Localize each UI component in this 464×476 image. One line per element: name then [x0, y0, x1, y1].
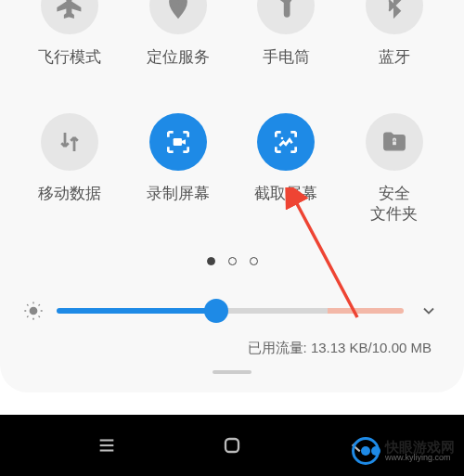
toggle-secure-folder-label: 安全 文件夹: [370, 184, 418, 224]
flashlight-icon: [257, 0, 315, 34]
svg-rect-21: [226, 439, 238, 452]
toggle-screenshot[interactable]: 截取屏幕: [244, 113, 328, 224]
watermark-name: 快眼游戏网: [385, 440, 455, 454]
watermark-url: www.kyliying.com: [385, 454, 455, 462]
svg-point-8: [30, 307, 36, 314]
toggle-airplane[interactable]: 飞行模式: [28, 0, 111, 67]
svg-line-16: [39, 304, 40, 305]
toggle-secure-folder[interactable]: 安全 文件夹: [353, 113, 436, 224]
bluetooth-icon: [366, 0, 423, 34]
data-usage-used: 13.13 KB: [311, 340, 368, 355]
location-icon: [149, 0, 207, 34]
nav-recents[interactable]: [88, 427, 125, 464]
toggle-mobile-data-label: 移动数据: [38, 184, 101, 203]
toggle-bluetooth[interactable]: 蓝牙: [353, 0, 436, 67]
svg-line-15: [27, 316, 28, 317]
quick-settings-panel: 飞行模式 定位服务 手电筒 蓝牙 移动数据: [0, 0, 464, 392]
data-usage-total: 10.00 MB: [372, 340, 432, 355]
brightness-control: [23, 299, 441, 323]
page-dot-2: [228, 257, 237, 265]
toggle-record-screen-label: 录制屏幕: [147, 184, 210, 203]
toggle-mobile-data[interactable]: 移动数据: [28, 113, 111, 224]
data-usage-label: 已用流量:: [248, 340, 307, 355]
record-screen-icon: [149, 113, 207, 171]
svg-rect-7: [392, 141, 396, 146]
svg-line-13: [27, 304, 28, 305]
panel-drag-handle[interactable]: [213, 370, 251, 374]
mobile-data-icon: [41, 113, 98, 171]
toggle-location-label: 定位服务: [147, 47, 210, 67]
toggle-location[interactable]: 定位服务: [136, 0, 220, 67]
toggle-screenshot-label: 截取屏幕: [254, 184, 317, 203]
brightness-icon: [23, 301, 44, 321]
svg-point-6: [281, 137, 284, 140]
brightness-slider-thumb[interactable]: [204, 299, 228, 323]
svg-rect-5: [173, 138, 181, 146]
toggle-flashlight[interactable]: 手电筒: [244, 0, 328, 67]
watermark-logo-icon: [352, 437, 380, 465]
toggle-airplane-label: 飞行模式: [38, 47, 101, 67]
page-indicator[interactable]: [23, 257, 441, 265]
screenshot-icon: [257, 113, 315, 171]
secure-folder-icon: [366, 113, 423, 171]
brightness-slider[interactable]: [57, 308, 404, 314]
watermark: 快眼游戏网 www.kyliying.com: [352, 437, 455, 465]
airplane-icon: [41, 0, 98, 34]
nav-home[interactable]: [213, 427, 251, 464]
page-dot-1: [207, 257, 215, 265]
brightness-expand[interactable]: [417, 299, 441, 323]
toggle-record-screen[interactable]: 录制屏幕: [136, 113, 220, 224]
toggle-flashlight-label: 手电筒: [263, 47, 310, 67]
toggle-bluetooth-label: 蓝牙: [379, 47, 410, 67]
svg-line-14: [39, 316, 40, 317]
data-usage-text: 已用流量: 13.13 KB/10.00 MB: [23, 340, 441, 357]
svg-point-0: [175, 0, 181, 5]
page-dot-3: [250, 257, 258, 265]
